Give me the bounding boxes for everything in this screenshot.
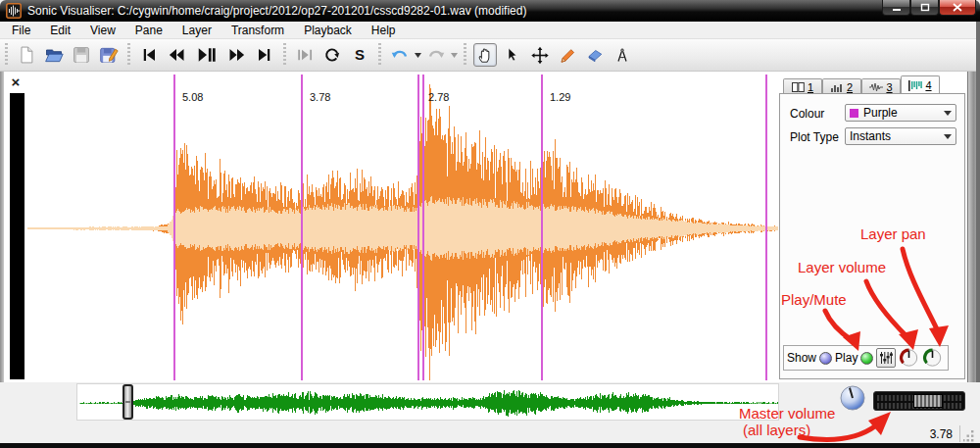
measure-tool-button[interactable] [611, 43, 634, 67]
status-value: 3.78 [911, 427, 953, 441]
waveform-view[interactable]: 5.083.782.781.29 [24, 75, 779, 382]
plot-type-select[interactable]: Instants [845, 127, 956, 145]
toolbar-grip [5, 43, 8, 67]
toolbar-grip [464, 43, 466, 67]
menu-file[interactable]: File [2, 22, 40, 39]
annotation-master-volume-1: Master volume [739, 405, 835, 422]
window-right-border [976, 22, 980, 443]
open-file-button[interactable] [42, 43, 66, 67]
tab-layer-1[interactable]: 1 [783, 78, 822, 94]
tab-layer-3[interactable]: 3 [861, 78, 901, 94]
draw-tool-button[interactable] [556, 43, 579, 67]
close-button[interactable] [939, 0, 976, 16]
toolbar-grip [378, 43, 381, 67]
window-title: Sonic Visualiser: C:/cygwin/home/craig/p… [27, 4, 526, 18]
save-as-button[interactable] [97, 43, 121, 67]
loop-playback-button[interactable] [320, 43, 344, 67]
menu-view[interactable]: View [80, 22, 125, 39]
move-icon [530, 46, 550, 65]
annotation-play-mute: Play/Mute [781, 291, 847, 308]
tab-number: 1 [808, 81, 813, 93]
resize-grip[interactable] [963, 430, 975, 442]
save-button[interactable] [70, 43, 93, 67]
pane-icon [792, 82, 805, 92]
colour-swatch [850, 109, 858, 118]
play-pause-icon [195, 46, 219, 64]
play-pause-button[interactable] [192, 43, 221, 67]
close-icon [953, 3, 962, 12]
pane-close-button[interactable]: × [8, 75, 24, 90]
menu-layer[interactable]: Layer [172, 22, 221, 39]
pencil-icon [559, 46, 576, 65]
show-label: Show [787, 351, 816, 365]
instant-label: 5.08 [182, 91, 203, 103]
hand-icon [476, 46, 494, 65]
minimize-button[interactable] [882, 0, 910, 16]
status-separator [959, 425, 960, 442]
select-tool-button[interactable] [501, 43, 524, 67]
rewind-button[interactable] [165, 43, 188, 67]
play-mute-led[interactable] [860, 352, 873, 365]
instant-label: 3.78 [310, 91, 330, 103]
instant-label: 2.78 [428, 91, 449, 103]
tab-layer-2[interactable]: 2 [822, 78, 861, 94]
menu-edit[interactable]: Edit [40, 22, 80, 39]
colour-label: Colour [790, 107, 824, 121]
restore-icon [920, 3, 930, 12]
master-level-fader[interactable] [873, 391, 965, 411]
overview-waveform [77, 384, 778, 420]
playback-parameters-button[interactable] [876, 348, 896, 368]
chevron-down-icon [944, 111, 952, 116]
menu-bar: File Edit View Pane Layer Transform Play… [0, 22, 980, 39]
restore-button[interactable] [910, 0, 939, 16]
toolbar-grip [127, 43, 130, 67]
svg-text:S: S [355, 46, 365, 63]
chevron-down-icon [451, 53, 458, 58]
show-toggle-led[interactable] [819, 352, 832, 365]
undo-dropdown[interactable] [414, 43, 422, 67]
overview-panel[interactable] [76, 383, 779, 421]
tab-layer-4[interactable]: 4 [901, 75, 940, 94]
menu-transform[interactable]: Transform [221, 22, 294, 39]
new-file-icon [17, 45, 36, 65]
redo-button[interactable] [424, 43, 448, 67]
fast-forward-icon [227, 46, 247, 64]
master-volume-knob[interactable] [838, 383, 867, 413]
edit-tool-button[interactable] [528, 43, 552, 67]
window-bottom-border [0, 443, 980, 448]
colour-select[interactable]: Purple [845, 104, 956, 122]
menu-help[interactable]: Help [362, 22, 406, 39]
undo-button[interactable] [388, 43, 412, 67]
faders-icon [879, 351, 893, 365]
tab-number: 3 [886, 81, 892, 93]
waveform-icon [869, 82, 883, 92]
layer-pan-knob[interactable] [922, 347, 943, 369]
open-folder-icon [43, 45, 65, 65]
toolbar: S [0, 39, 980, 72]
solo-button[interactable]: S [348, 43, 371, 67]
play-selection-icon [296, 46, 314, 64]
forward-to-end-button[interactable] [253, 43, 276, 67]
play-selection-button[interactable] [293, 43, 317, 67]
menu-pane[interactable]: Pane [125, 22, 172, 39]
new-file-button[interactable] [15, 43, 38, 67]
rewind-start-icon [140, 46, 158, 64]
erase-tool-button[interactable] [583, 43, 607, 67]
loop-icon [322, 46, 342, 64]
layer-play-controls: Show Play [783, 345, 949, 371]
tab-number: 2 [847, 81, 853, 93]
fader-handle[interactable] [913, 394, 943, 408]
cursor-icon [505, 46, 520, 64]
rewind-to-start-button[interactable] [137, 43, 161, 67]
instant-label: 1.29 [550, 91, 570, 103]
plot-type-label: Plot Type [790, 130, 839, 144]
colour-value: Purple [863, 106, 898, 120]
menu-playback[interactable]: Playback [294, 22, 362, 39]
navigate-tool-button[interactable] [473, 43, 497, 67]
layer-volume-knob[interactable] [899, 347, 919, 369]
redo-dropdown[interactable] [450, 43, 459, 67]
overview-playhead[interactable] [122, 384, 133, 420]
fast-forward-button[interactable] [225, 43, 249, 67]
bars-icon [831, 82, 844, 92]
tab-number: 4 [925, 79, 931, 91]
